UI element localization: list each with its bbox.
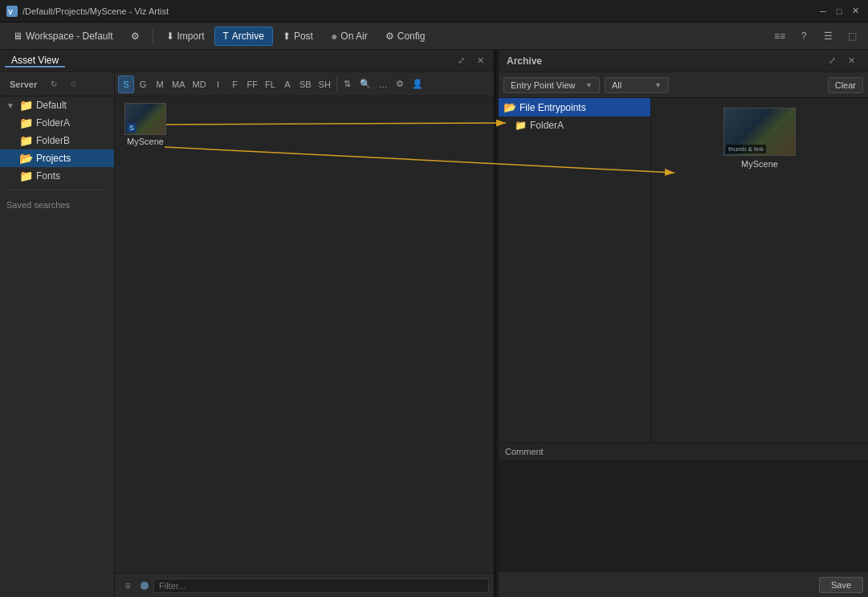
sidebar-refresh-button[interactable]: ↻	[45, 76, 63, 93]
archive-button[interactable]: T Archive	[214, 27, 273, 46]
comment-body[interactable]	[499, 460, 868, 571]
asset-view-header: Asset View ⤢ ✕	[0, 50, 494, 72]
entry-foldera[interactable]: 📁 FolderA	[499, 117, 650, 134]
save-row: Save	[499, 571, 868, 597]
filter-sb-button[interactable]: SB	[296, 76, 315, 93]
file-item-myscene[interactable]: S MyScene	[121, 103, 169, 146]
window-controls: ─ □ ✕	[817, 5, 862, 18]
filter-ma-button[interactable]: MA	[169, 76, 189, 93]
user-filter-button[interactable]: 👤	[409, 76, 426, 93]
folder-icon: 📁	[19, 117, 33, 129]
clear-label: Clear	[835, 80, 856, 90]
entry-point-tree: 📂 File Entrypoints 📁 FolderA	[499, 98, 651, 443]
import-label: Import	[177, 31, 205, 42]
arrow-overlay	[115, 96, 494, 573]
bottom-bar: ≡	[115, 573, 494, 597]
import-icon: ⬇	[166, 31, 174, 42]
post-label: Post	[294, 31, 313, 42]
filter-md-button[interactable]: MD	[189, 76, 210, 93]
tree-item-fonts[interactable]: 📁 Fonts	[0, 167, 114, 185]
external-icon-button[interactable]: ⬚	[841, 25, 863, 47]
entry-point-view-dropdown[interactable]: Entry Point View ▼	[503, 77, 600, 93]
filter-s-button[interactable]: S	[118, 76, 134, 93]
close-button[interactable]: ✕	[849, 5, 862, 18]
sidebar-divider	[6, 190, 108, 190]
archive-content: 📂 File Entrypoints 📁 FolderA thumb & lin…	[499, 98, 868, 443]
tree-label-folderb: FolderB	[36, 135, 70, 146]
folder-icon: 📂	[19, 152, 33, 165]
all-dropdown[interactable]: All ▼	[605, 77, 669, 93]
title-text: /Default/Projects/MyScene - Viz Artist	[22, 6, 812, 16]
tree-item-folderb[interactable]: 📁 FolderB	[0, 132, 114, 149]
filter-sh-button[interactable]: SH	[316, 76, 334, 93]
file-type-badge: S	[127, 123, 137, 133]
clear-button[interactable]: Clear	[828, 77, 863, 93]
close-archive-button[interactable]: ✕	[842, 52, 860, 70]
onair-button[interactable]: ● On Air	[323, 27, 376, 46]
entry-file-entrypoints[interactable]: 📂 File Entrypoints	[499, 98, 650, 117]
settings-gear-button[interactable]: ⚙	[123, 27, 148, 45]
tree-item-foldera[interactable]: 📁 FolderA	[0, 114, 114, 132]
filter-sep	[336, 77, 337, 92]
expand-panel-button[interactable]: ⤢	[452, 52, 470, 70]
saved-searches[interactable]: Saved searches	[0, 195, 114, 215]
maximize-button[interactable]: □	[833, 5, 846, 18]
svg-text:V: V	[8, 8, 13, 16]
close-panel-button[interactable]: ✕	[471, 52, 489, 70]
menu-separator-1	[153, 28, 153, 44]
zoom-slider[interactable]	[141, 582, 149, 590]
filter-m-button[interactable]: M	[152, 76, 168, 93]
filter-a-button[interactable]: A	[279, 76, 295, 93]
save-button[interactable]: Save	[819, 577, 863, 593]
tree-label-default: Default	[36, 100, 67, 111]
tree-item-default[interactable]: ▼ 📁 Default	[0, 96, 114, 114]
workspace-icon: 🖥	[13, 31, 22, 42]
filter-g-button[interactable]: G	[135, 76, 151, 93]
title-bar: V /Default/Projects/MyScene - Viz Artist…	[0, 0, 868, 22]
post-icon: ⬆	[283, 31, 291, 42]
main-content: Asset View ⤢ ✕ Server ↻ ☆ ▼ 📁 Default	[0, 50, 868, 597]
archive-panel: Archive ⤢ ✕ Entry Point View ▼ All ▼ Cle…	[499, 50, 868, 597]
help-icon-button[interactable]: ?	[793, 25, 815, 47]
folder-icon: 📂	[503, 101, 516, 113]
archive-title: Archive	[507, 55, 542, 67]
asset-view-tab[interactable]: Asset View	[5, 55, 65, 67]
stack-icon-button[interactable]: ≡≡	[768, 25, 791, 47]
folder-icon-small: 📁	[515, 120, 527, 131]
sort-button[interactable]: ⇅	[340, 76, 356, 93]
import-button[interactable]: ⬇ Import	[158, 27, 213, 45]
file-name: MyScene	[127, 137, 164, 146]
tree-item-projects[interactable]: 📂 Projects	[0, 149, 114, 167]
file-thumbnail: S	[124, 103, 166, 135]
workspace-menu[interactable]: 🖥 Workspace - Default	[5, 27, 121, 45]
viz-icon: V	[6, 6, 18, 17]
folder-icon: 📁	[19, 170, 33, 182]
settings-filter-button[interactable]: ⚙	[392, 76, 408, 93]
post-button[interactable]: ⬆ Post	[275, 27, 321, 45]
minimize-button[interactable]: ─	[817, 5, 829, 18]
filter-i-button[interactable]: I	[210, 76, 226, 93]
filter-input[interactable]	[153, 579, 489, 593]
dropdown-arrow-icon: ▼	[585, 81, 593, 89]
list-view-button[interactable]: ≡	[120, 578, 136, 594]
comment-section: Comment	[499, 443, 868, 571]
sidebar-bookmark-button[interactable]: ☆	[64, 76, 82, 93]
filter-f-button[interactable]: F	[227, 76, 243, 93]
file-grid: S MyScene	[115, 96, 494, 573]
preview-name: MyScene	[741, 159, 778, 169]
list-icon-button[interactable]: ☰	[817, 25, 839, 47]
tree-label-foldera: FolderA	[36, 117, 70, 129]
config-button[interactable]: ⚙ Config	[377, 27, 434, 45]
sidebar: Server ↻ ☆ ▼ 📁 Default 📁 FolderA 📁 Folde…	[0, 72, 115, 597]
filter-fl-button[interactable]: FL	[262, 76, 279, 93]
filter-toolbar: S G M MA MD I F FF FL A SB SH ⇅ 🔍 … ⚙	[115, 72, 494, 96]
entry-label-foldera: FolderA	[530, 120, 564, 131]
more-button[interactable]: …	[375, 76, 391, 93]
search-button[interactable]: 🔍	[357, 76, 374, 93]
filter-ff-button[interactable]: FF	[244, 76, 261, 93]
folder-icon: 📁	[19, 99, 33, 112]
content-area: S G M MA MD I F FF FL A SB SH ⇅ 🔍 … ⚙	[115, 72, 494, 597]
expand-archive-button[interactable]: ⤢	[823, 52, 841, 70]
folder-icon: 📁	[19, 134, 33, 147]
collapse-arrow: ▼	[6, 101, 14, 110]
